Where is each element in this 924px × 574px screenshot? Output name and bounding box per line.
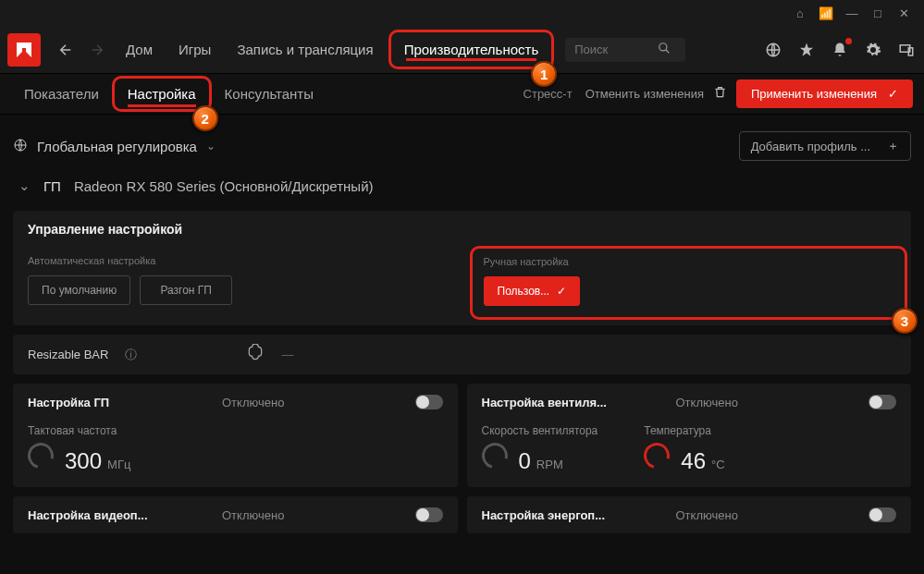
globe-icon[interactable]	[763, 40, 783, 60]
manual-tuning-label: Ручная настройка	[484, 256, 894, 267]
rbar-label: Resizable BAR	[28, 348, 108, 361]
card-title: Настройка энергоп...	[482, 508, 676, 522]
underline	[128, 104, 196, 107]
titlebar: ⌂ 📶 — □ ✕	[0, 0, 924, 26]
trash-icon[interactable]	[713, 85, 727, 103]
chevron-down-icon: ⌄	[18, 177, 31, 194]
minimize-icon[interactable]: —	[839, 0, 865, 26]
manual-tuning-highlight: Ручная настройка Пользов... ✓ 3	[470, 246, 908, 320]
card-status: Отключено	[222, 396, 415, 409]
vram-tuning-toggle[interactable]	[415, 507, 443, 522]
back-arrow-icon[interactable]	[52, 36, 80, 64]
gpu-label: ГП	[43, 178, 61, 194]
gauge-icon	[23, 438, 58, 473]
chevron-down-icon: ⌄	[206, 140, 216, 153]
fan-speed-value: 0	[519, 448, 531, 474]
plus-icon: ＋	[887, 138, 899, 154]
fan-speed-label: Скорость вентилятора	[482, 424, 598, 437]
card-status: Отключено	[676, 508, 869, 522]
sub-tuning[interactable]: Настройка	[115, 79, 209, 109]
apply-changes-button[interactable]: Применить изменения ✓	[736, 79, 913, 108]
gpu-tuning-toggle[interactable]	[415, 395, 443, 409]
check-icon: ✓	[557, 285, 566, 298]
help-icon[interactable]: ⓘ	[125, 347, 137, 363]
body: Глобальная регулировка ⌄ Добавить профил…	[0, 115, 924, 574]
sub-tuning-highlight: Настройка 2	[112, 76, 212, 112]
power-tuning-toggle[interactable]	[869, 507, 896, 522]
auto-tuning-label: Автоматическая настройка	[28, 255, 444, 266]
preset-default-button[interactable]: По умолчанию	[28, 275, 130, 305]
clock-label: Тактовая частота	[28, 424, 130, 437]
cancel-changes[interactable]: Отменить изменения	[585, 87, 704, 101]
brain-icon[interactable]	[246, 344, 265, 365]
callout-badge-3: 3	[892, 308, 918, 334]
card-title: Настройка ГП	[28, 396, 222, 409]
bug-icon[interactable]: ⌂	[787, 0, 813, 26]
card-status: Отключено	[676, 396, 869, 409]
gauge-icon	[476, 438, 511, 473]
resizable-bar-row: Resizable BAR ⓘ —	[13, 335, 911, 374]
subnav: Показатели Настройка 2 Консультанты Стре…	[0, 74, 924, 115]
callout-badge-2: 2	[192, 105, 218, 131]
power-tuning-card: Настройка энергоп... Отключено	[467, 496, 912, 533]
preset-oc-button[interactable]: Разгон ГП	[140, 275, 232, 305]
check-icon: ✓	[888, 87, 898, 101]
temp-value: 46	[681, 448, 706, 474]
close-icon[interactable]: ✕	[891, 0, 917, 26]
temp-unit: °C	[711, 458, 725, 471]
sub-metrics[interactable]: Показатели	[11, 79, 112, 109]
nav-home[interactable]: Дом	[115, 34, 164, 65]
card-status: Отключено	[222, 508, 415, 522]
fan-tuning-card: Настройка вентиля... Отключено Скорость …	[467, 384, 912, 487]
card-title: Настройка вентиля...	[482, 396, 676, 409]
tuning-header: Управление настройкой	[13, 211, 911, 248]
search-icon[interactable]	[658, 42, 671, 58]
search-box[interactable]	[565, 38, 685, 62]
gpu-name: Radeon RX 580 Series (Основной/Дискретны…	[74, 178, 374, 194]
fan-speed-unit: RPM	[536, 458, 563, 471]
forward-arrow-icon	[83, 36, 111, 64]
sub-advisors[interactable]: Консультанты	[212, 79, 326, 109]
amd-logo[interactable]	[7, 33, 41, 67]
antenna-icon[interactable]: 📶	[813, 0, 839, 26]
temp-label: Температура	[644, 424, 724, 437]
rbar-value: —	[281, 348, 293, 361]
underline	[406, 58, 537, 61]
globe-small-icon	[13, 138, 28, 155]
nav-record[interactable]: Запись и трансляция	[226, 34, 384, 65]
topnav: Дом Игры Запись и трансляция Производите…	[0, 26, 924, 74]
star-icon[interactable]	[796, 40, 817, 60]
bell-icon[interactable]	[830, 40, 850, 60]
search-input[interactable]	[574, 43, 658, 56]
global-tuning-dropdown[interactable]: Глобальная регулировка ⌄	[13, 138, 216, 155]
nav-performance-highlight: Производительность 1	[388, 30, 555, 69]
add-profile-button[interactable]: Добавить профиль ... ＋	[739, 131, 911, 161]
vram-tuning-card: Настройка видеоп... Отключено	[13, 496, 458, 533]
gpu-header[interactable]: ⌄ ГП Radeon RX 580 Series (Основной/Диск…	[18, 177, 906, 194]
card-title: Настройка видеоп...	[28, 508, 222, 522]
maximize-icon[interactable]: □	[865, 0, 891, 26]
clock-value: 300	[65, 448, 102, 474]
nav-games[interactable]: Игры	[167, 34, 222, 65]
gear-icon[interactable]	[863, 40, 883, 60]
gauge-temp-icon	[639, 438, 674, 473]
fan-tuning-toggle[interactable]	[869, 395, 896, 409]
gpu-tuning-card: Настройка ГП Отключено Тактовая частота …	[13, 384, 458, 487]
svg-point-0	[659, 43, 667, 50]
tuning-control-panel: Управление настройкой Автоматическая нас…	[13, 211, 911, 325]
device-icon[interactable]	[896, 40, 917, 60]
preset-custom-button[interactable]: Пользов... ✓	[484, 276, 581, 306]
clock-unit: МГц	[107, 458, 130, 471]
